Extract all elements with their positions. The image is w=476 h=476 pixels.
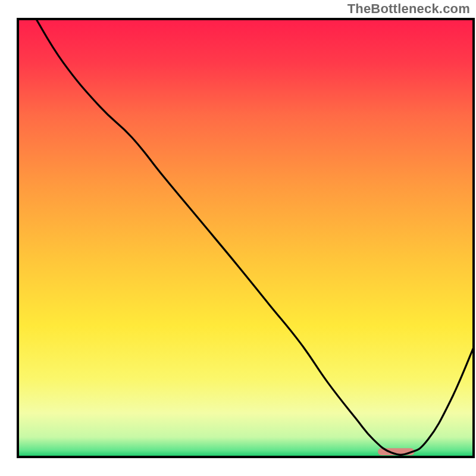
bottleneck-chart: TheBottleneck.com [0, 0, 476, 476]
chart-svg [0, 0, 476, 476]
plot-area [18, 19, 474, 457]
watermark-label: TheBottleneck.com [347, 1, 470, 17]
gradient-background [18, 19, 474, 457]
